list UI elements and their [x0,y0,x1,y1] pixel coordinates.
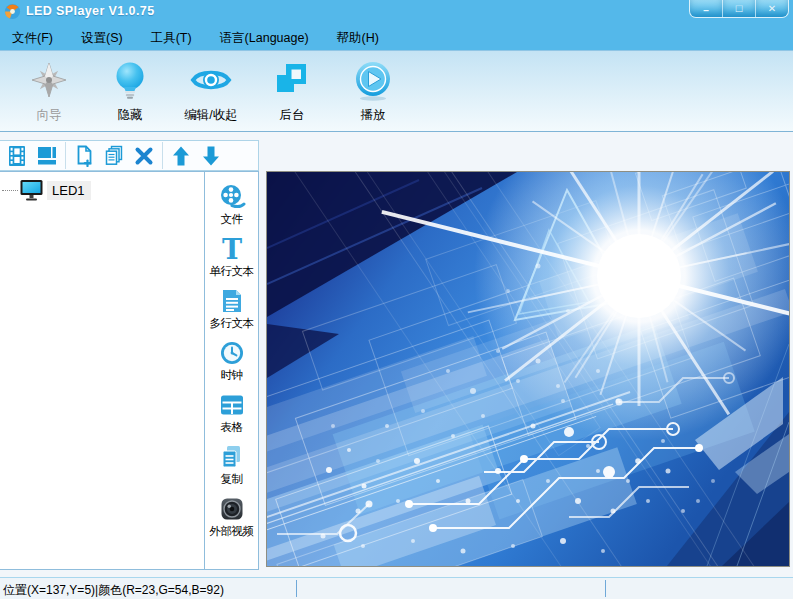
screen-layout-icon [36,145,58,167]
main-toolbar: 向导 隐藏 [0,50,793,132]
bulb-icon [108,60,152,102]
tree-connector [2,190,18,191]
move-up-icon [170,145,192,167]
background-button[interactable]: 后台 [256,60,328,124]
element-clock-label: 时钟 [221,368,243,383]
hide-button[interactable]: 隐藏 [94,60,166,124]
play-label: 播放 [361,107,386,124]
new-program-icon [73,145,95,167]
element-copy-button[interactable]: 复制 [205,443,258,487]
wizard-label: 向导 [37,107,62,124]
screen-tree-panel: LED1 [0,171,205,570]
window-controls: – □ ✕ [689,0,789,18]
element-copy-label: 复制 [221,472,243,487]
element-toolbar: 文件 T 单行文本 [205,171,259,570]
status-separator [605,580,606,597]
eye-icon [189,60,233,102]
menu-item-language[interactable]: 语言(Language) [206,27,323,50]
minimize-button[interactable]: – [690,0,723,17]
menu-item-tools[interactable]: 工具(T) [137,27,206,50]
single-line-text-icon: T [218,235,246,263]
element-table-label: 表格 [221,420,243,435]
copy-icon [218,443,246,471]
background-label: 后台 [280,107,305,124]
element-single-line-text-button[interactable]: T 单行文本 [205,235,258,279]
tree-item-label: LED1 [47,181,91,200]
copy-program-icon [103,145,125,167]
tree-item-led1[interactable]: LED1 [2,177,204,203]
table-icon [218,391,246,419]
element-single-line-text-label: 单行文本 [210,264,254,279]
element-multi-line-text-label: 多行文本 [210,316,254,331]
move-up-button[interactable] [166,142,196,169]
status-position-color: 位置(X=137,Y=5)|颜色(R=23,G=54,B=92) [3,582,224,599]
content-area: LED1 文件 [0,132,793,577]
maximize-button[interactable]: □ [723,0,756,17]
move-down-icon [200,145,222,167]
delete-program-button[interactable] [129,142,159,169]
delete-icon [133,145,155,167]
menu-item-help[interactable]: 帮助(H) [323,27,393,50]
monitor-icon [19,179,45,202]
wizard-button[interactable]: 向导 [13,60,85,124]
edit-collapse-button[interactable]: 编辑/收起 [175,60,247,124]
led-splayer-window: LED SPlayer V1.0.75 – □ ✕ 文件(F) 设置(S) 工具… [0,0,793,599]
menu-item-file[interactable]: 文件(F) [10,27,67,50]
element-file-button[interactable]: 文件 [205,183,258,227]
element-external-video-label: 外部视频 [210,524,254,539]
move-down-button[interactable] [196,142,226,169]
toolbar-separator [65,142,66,169]
element-file-label: 文件 [221,212,243,227]
splayer-logo-icon [4,3,21,20]
element-multi-line-text-button[interactable]: 多行文本 [205,287,258,331]
status-bar: 位置(X=137,Y=5)|颜色(R=23,G=54,B=92) [0,577,793,599]
element-table-button[interactable]: 表格 [205,391,258,435]
external-video-icon [218,495,246,523]
svg-text:T: T [221,235,241,263]
preview-artwork [267,172,789,566]
film-strip-icon [6,145,28,167]
element-external-video-button[interactable]: 外部视频 [205,495,258,539]
title-bar: LED SPlayer V1.0.75 – □ ✕ [0,0,793,26]
layers-icon [270,60,314,102]
film-reel-icon [218,183,246,211]
new-program-button[interactable] [69,142,99,169]
multi-line-text-icon [218,287,246,315]
film-strip-button[interactable] [2,142,32,169]
play-icon [351,60,395,102]
close-button[interactable]: ✕ [756,0,788,17]
menu-item-settings[interactable]: 设置(S) [67,27,137,50]
edit-collapse-label: 编辑/收起 [184,107,237,124]
toolbar-separator [162,142,163,169]
window-title: LED SPlayer V1.0.75 [26,4,155,18]
element-clock-button[interactable]: 时钟 [205,339,258,383]
status-separator [296,580,297,597]
wizard-compass-icon [27,60,71,102]
menu-bar: 文件(F) 设置(S) 工具(T) 语言(Language) 帮助(H) [0,26,793,50]
screen-layout-button[interactable] [32,142,62,169]
hide-label: 隐藏 [118,107,143,124]
preview-screen [266,171,790,567]
copy-program-button[interactable] [99,142,129,169]
clock-icon [218,339,246,367]
play-button[interactable]: 播放 [337,60,409,124]
program-toolbar [0,140,259,171]
